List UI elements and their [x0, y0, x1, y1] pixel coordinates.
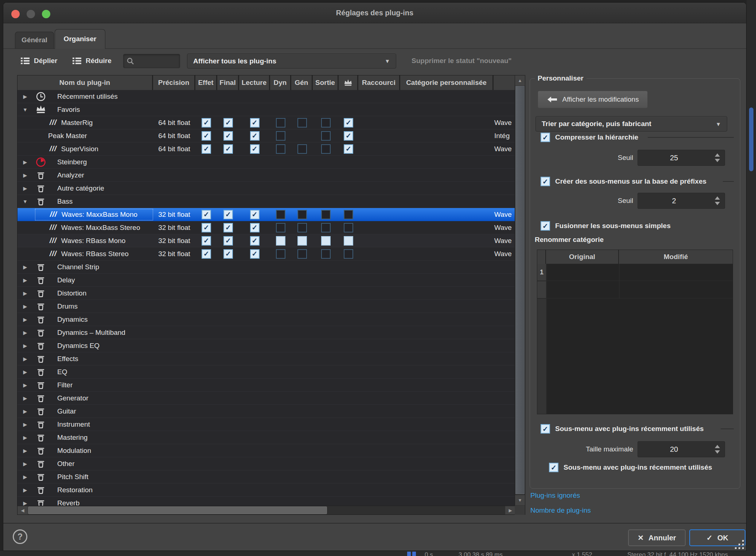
column-header[interactable]: Lecture [239, 75, 270, 90]
plugin-name-cell[interactable]: ▶Dynamics EQ [17, 339, 153, 352]
tree-expand-arrow[interactable]: ▶ [22, 172, 29, 178]
column-header[interactable]: Précision [153, 75, 195, 90]
plugin-name-cell[interactable]: ▼Favoris [17, 103, 153, 116]
ignored-plugins-link[interactable]: Plug-ins ignorés [530, 492, 580, 500]
effet-checkbox[interactable]: ✓ [202, 210, 211, 219]
collapse-all-button[interactable]: Réduire [72, 54, 112, 68]
favorite-checkbox[interactable] [344, 236, 353, 246]
table-row[interactable]: ▶Dynamics EQ [17, 339, 515, 352]
threshold2-spinner[interactable]: 2 [638, 193, 725, 209]
table-row[interactable]: ▶Dynamics – Multiband [17, 326, 515, 339]
table-row[interactable]: ▼Bass [17, 195, 515, 208]
gen-checkbox[interactable] [297, 118, 307, 128]
effet-checkbox[interactable]: ✓ [202, 118, 211, 128]
tree-expand-arrow[interactable]: ▶ [22, 330, 29, 336]
favorite-checkbox[interactable] [344, 210, 353, 219]
tree-expand-arrow[interactable]: ▶ [22, 290, 29, 296]
table-row[interactable]: ▶Dynamics [17, 313, 515, 326]
plugin-name-cell[interactable]: ///MasterRig [17, 116, 153, 129]
lecture-checkbox[interactable]: ✓ [250, 223, 260, 232]
recent-submenu1-checkbox[interactable]: ✓ [541, 424, 550, 434]
tree-collapse-arrow[interactable]: ▼ [22, 107, 29, 113]
effet-checkbox[interactable]: ✓ [202, 144, 211, 154]
tree-expand-arrow[interactable]: ▶ [22, 264, 29, 270]
final-checkbox[interactable]: ✓ [223, 223, 233, 232]
table-row[interactable]: ///SuperVision64 bit float✓✓✓✓Wave [17, 142, 515, 156]
tree-expand-arrow[interactable]: ▶ [22, 487, 29, 493]
tree-expand-arrow[interactable]: ▶ [22, 395, 29, 401]
dyn-checkbox[interactable] [276, 249, 285, 259]
plugin-name-cell[interactable]: ▶Dynamics – Multiband [17, 326, 153, 339]
final-checkbox[interactable]: ✓ [223, 210, 233, 219]
plugin-name-cell[interactable]: ▶Dynamics [17, 313, 153, 326]
tree-expand-arrow[interactable]: ▶ [22, 461, 29, 467]
show-modifications-button[interactable]: Afficher les modifications [538, 91, 648, 108]
plugin-name-cell[interactable]: ▶Modulation [17, 444, 153, 457]
column-header[interactable]: Raccourci [358, 75, 400, 90]
column-header-favorite[interactable] [339, 75, 358, 90]
table-row[interactable]: ▶Generator [17, 392, 515, 405]
effet-checkbox[interactable]: ✓ [202, 223, 211, 232]
plugin-name-cell[interactable]: ///Waves: MaxxBass Stereo [17, 221, 153, 234]
column-header[interactable]: Sortie [313, 75, 339, 90]
tree-expand-arrow[interactable]: ▶ [22, 448, 29, 454]
lecture-checkbox[interactable]: ✓ [250, 210, 260, 219]
sortie-checkbox[interactable] [321, 210, 331, 219]
sortie-checkbox[interactable] [321, 118, 331, 128]
merge-submenus-checkbox[interactable]: ✓ [541, 221, 550, 231]
table-row[interactable]: ▶Delay [17, 274, 515, 287]
effet-checkbox[interactable]: ✓ [202, 249, 211, 259]
table-row[interactable]: ▶Pitch Shift [17, 470, 515, 483]
sortie-checkbox[interactable] [321, 223, 331, 232]
tree-expand-arrow[interactable]: ▶ [22, 277, 29, 283]
plugin-name-cell[interactable]: ▶Steinberg [17, 156, 153, 168]
plugin-name-cell[interactable]: ▶Delay [17, 274, 153, 286]
plugin-name-cell[interactable]: ▶Restoration [17, 483, 153, 496]
rename-category-table[interactable]: Original Modifié 1 [537, 250, 733, 414]
table-row[interactable]: ▶EQ [17, 365, 515, 379]
lecture-checkbox[interactable]: ✓ [250, 118, 260, 128]
column-header[interactable]: Nom du plug-in [17, 75, 153, 90]
sortie-checkbox[interactable] [321, 249, 331, 259]
plugin-name-cell[interactable]: ▼Bass [17, 195, 153, 208]
compress-hierarchy-checkbox[interactable]: ✓ [541, 133, 550, 142]
plugin-name-cell[interactable]: ///SuperVision [17, 142, 153, 155]
plugin-name-cell[interactable]: Peak Master [17, 129, 153, 142]
table-row[interactable]: ▶Analyzer [17, 169, 515, 182]
tree-expand-arrow[interactable]: ▶ [22, 304, 29, 309]
final-checkbox[interactable]: ✓ [223, 131, 233, 141]
tree-expand-arrow[interactable]: ▶ [22, 185, 29, 191]
table-row[interactable]: ///Waves: RBass Mono32 bit float✓✓✓Wave [17, 234, 515, 247]
favorite-checkbox[interactable]: ✓ [344, 131, 353, 141]
resize-grip[interactable] [734, 539, 745, 550]
table-row[interactable]: ▶Reverb [17, 497, 515, 506]
tree-expand-arrow[interactable]: ▶ [22, 317, 29, 322]
title-bar[interactable]: Réglages des plug-ins [3, 3, 746, 23]
column-header[interactable]: Dyn [270, 75, 291, 90]
column-header[interactable]: Final [217, 75, 239, 90]
scroll-left-button[interactable]: ◀ [17, 506, 28, 514]
sort-mode-dropdown[interactable]: Trier par catégorie, puis fabricant ▼ [535, 116, 727, 132]
plugin-name-cell[interactable]: ▶Other [17, 457, 153, 470]
plugin-name-cell[interactable]: ///Waves: MaxxBass Mono [17, 208, 153, 221]
table-row[interactable]: ▶Récemment utilisés [17, 90, 515, 103]
lecture-checkbox[interactable]: ✓ [250, 144, 260, 154]
table-row[interactable]: ▶Drums [17, 300, 515, 313]
final-checkbox[interactable]: ✓ [223, 118, 233, 128]
plugin-name-cell[interactable]: ▶Distortion [17, 287, 153, 299]
plugin-name-cell[interactable]: ///Waves: RBass Stereo [17, 247, 153, 260]
tree-expand-arrow[interactable]: ▶ [22, 408, 29, 414]
plugin-name-cell[interactable]: ▶Mastering [17, 431, 153, 444]
sortie-checkbox[interactable] [321, 144, 331, 154]
vertical-scrollbar[interactable]: ▲ ▼ [515, 75, 525, 506]
table-row[interactable]: ▼Favoris [17, 103, 515, 116]
favorite-checkbox[interactable] [344, 249, 353, 259]
scroll-up-button[interactable]: ▲ [515, 75, 525, 86]
tree-expand-arrow[interactable]: ▶ [22, 500, 29, 506]
column-header[interactable]: Effet [195, 75, 217, 90]
plugin-name-cell[interactable]: ▶Drums [17, 300, 153, 313]
gen-checkbox[interactable] [297, 210, 307, 219]
plugin-name-cell[interactable]: ▶Channel Strip [17, 261, 153, 273]
lecture-checkbox[interactable]: ✓ [250, 236, 260, 246]
tree-expand-arrow[interactable]: ▶ [22, 382, 29, 388]
